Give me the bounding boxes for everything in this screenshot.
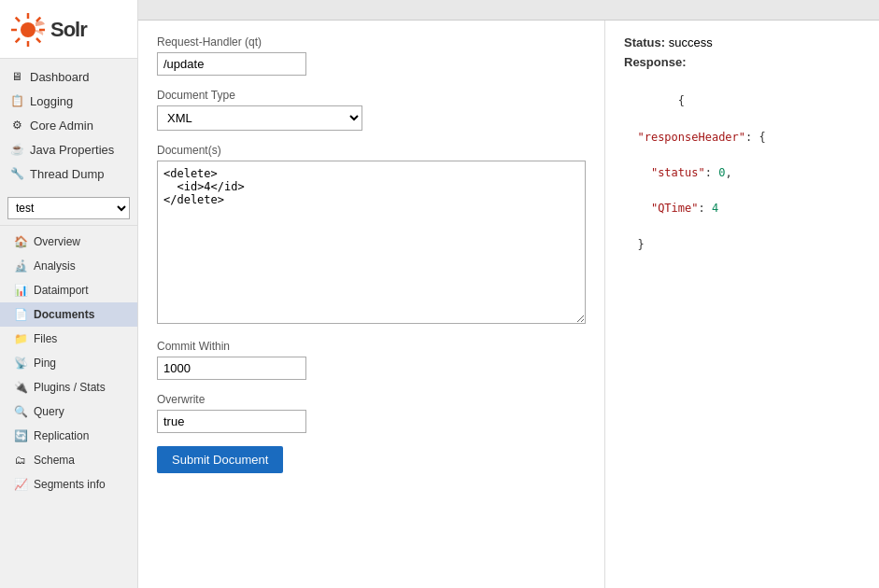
overwrite-group: Overwrite bbox=[157, 393, 586, 433]
plugins-label: Plugins / Stats bbox=[34, 381, 106, 394]
plugins-icon: 🔌 bbox=[13, 380, 28, 395]
schema-label: Schema bbox=[34, 454, 75, 467]
sidebar-item-schema[interactable]: 🗂 Schema bbox=[0, 448, 137, 472]
svg-line-7 bbox=[36, 18, 40, 21]
dataimport-icon: 📊 bbox=[13, 283, 28, 298]
query-label: Query bbox=[34, 405, 64, 418]
sidebar-item-java-properties[interactable]: ☕ Java Properties bbox=[0, 137, 137, 161]
sidebar-item-logging[interactable]: 📋 Logging bbox=[0, 89, 137, 113]
sidebar-item-plugins-stats[interactable]: 🔌 Plugins / Stats bbox=[0, 375, 137, 399]
content-area: Request-Handler (qt) Document Type XML J… bbox=[138, 21, 879, 588]
commit-within-label: Commit Within bbox=[157, 340, 586, 353]
sidebar-item-overview[interactable]: 🏠 Overview bbox=[0, 230, 137, 254]
analysis-label: Analysis bbox=[34, 259, 76, 273]
main-content: Request-Handler (qt) Document Type XML J… bbox=[138, 0, 879, 588]
logging-icon: 📋 bbox=[9, 93, 24, 108]
document-type-select[interactable]: XML JSON CSV PDF Doc XSLT bbox=[157, 105, 362, 131]
commit-within-group: Commit Within bbox=[157, 340, 586, 380]
json-response: { "responseHeader": { "status": 0, "QTim… bbox=[624, 75, 860, 272]
segments-icon: 📈 bbox=[13, 477, 28, 492]
thread-dump-label: Thread Dump bbox=[30, 167, 104, 181]
svg-line-5 bbox=[16, 18, 20, 21]
core-admin-label: Core Admin bbox=[30, 119, 93, 133]
thread-dump-icon: 🔧 bbox=[9, 166, 24, 181]
status-label: Status: bbox=[624, 35, 665, 49]
svg-line-8 bbox=[16, 38, 20, 42]
java-properties-label: Java Properties bbox=[30, 143, 114, 157]
status-line: Status: success bbox=[624, 35, 860, 49]
query-icon: 🔍 bbox=[13, 404, 28, 419]
svg-point-0 bbox=[21, 22, 35, 37]
ping-icon: 📡 bbox=[13, 356, 28, 371]
documents-group: Document(s) <delete> <id>4</id> </delete… bbox=[157, 144, 586, 327]
dashboard-icon: 🖥 bbox=[9, 69, 24, 84]
sidebar-item-core-admin[interactable]: ⚙ Core Admin bbox=[0, 113, 137, 137]
core-select[interactable]: test bbox=[7, 197, 130, 219]
request-handler-input[interactable] bbox=[157, 52, 306, 76]
ping-label: Ping bbox=[34, 357, 56, 370]
sidebar-item-ping[interactable]: 📡 Ping bbox=[0, 351, 137, 375]
core-selector[interactable]: test bbox=[7, 197, 130, 219]
analysis-icon: 🔬 bbox=[13, 259, 28, 273]
sidebar-item-documents[interactable]: 📄 Documents bbox=[0, 302, 137, 327]
solr-logo: Solr bbox=[9, 11, 87, 49]
documents-textarea[interactable]: <delete> <id>4</id> </delete> bbox=[157, 161, 586, 324]
main-nav: 🖥 Dashboard 📋 Logging ⚙ Core Admin ☕ Jav… bbox=[0, 59, 137, 191]
commit-within-input[interactable] bbox=[157, 357, 306, 380]
segments-label: Segments info bbox=[34, 478, 106, 491]
files-label: Files bbox=[34, 332, 57, 345]
form-panel: Request-Handler (qt) Document Type XML J… bbox=[138, 21, 605, 588]
sidebar-item-dataimport[interactable]: 📊 Dataimport bbox=[0, 278, 137, 302]
overview-label: Overview bbox=[34, 235, 80, 248]
overwrite-input[interactable] bbox=[157, 410, 306, 433]
submit-document-button[interactable]: Submit Document bbox=[157, 446, 283, 473]
solr-sun-icon bbox=[9, 11, 47, 49]
replication-label: Replication bbox=[34, 429, 89, 442]
replication-icon: 🔄 bbox=[13, 428, 28, 443]
documents-icon: 📄 bbox=[13, 307, 28, 322]
request-handler-group: Request-Handler (qt) bbox=[157, 35, 586, 76]
documents-label: Document(s) bbox=[157, 144, 586, 157]
status-value: success bbox=[669, 35, 713, 49]
sidebar-item-thread-dump[interactable]: 🔧 Thread Dump bbox=[0, 161, 137, 186]
sidebar: Solr 🖥 Dashboard 📋 Logging ⚙ Core Admin … bbox=[0, 0, 138, 588]
java-properties-icon: ☕ bbox=[9, 142, 24, 157]
logging-label: Logging bbox=[30, 94, 73, 108]
document-type-label: Document Type bbox=[157, 89, 586, 102]
schema-icon: 🗂 bbox=[13, 453, 28, 468]
logo-area: Solr bbox=[0, 0, 137, 59]
request-handler-label: Request-Handler (qt) bbox=[157, 35, 586, 49]
sidebar-item-replication[interactable]: 🔄 Replication bbox=[0, 424, 137, 448]
overview-icon: 🏠 bbox=[13, 234, 28, 249]
response-label: Response: bbox=[624, 55, 860, 69]
sub-nav: 🏠 Overview 🔬 Analysis 📊 Dataimport 📄 Doc… bbox=[0, 225, 137, 497]
sidebar-item-query[interactable]: 🔍 Query bbox=[0, 399, 137, 424]
top-bar bbox=[138, 0, 879, 21]
dataimport-label: Dataimport bbox=[34, 284, 89, 297]
response-panel: Status: success Response: { "responseHea… bbox=[605, 21, 879, 588]
svg-line-6 bbox=[36, 38, 40, 42]
documents-label: Documents bbox=[34, 308, 94, 321]
overwrite-label: Overwrite bbox=[157, 393, 586, 406]
dashboard-label: Dashboard bbox=[30, 70, 90, 84]
sidebar-item-segments-info[interactable]: 📈 Segments info bbox=[0, 472, 137, 497]
document-type-group: Document Type XML JSON CSV PDF Doc XSLT bbox=[157, 89, 586, 131]
files-icon: 📁 bbox=[13, 331, 28, 346]
sidebar-item-files[interactable]: 📁 Files bbox=[0, 327, 137, 351]
sidebar-item-dashboard[interactable]: 🖥 Dashboard bbox=[0, 64, 137, 89]
sidebar-item-analysis[interactable]: 🔬 Analysis bbox=[0, 254, 137, 278]
core-admin-icon: ⚙ bbox=[9, 118, 24, 133]
solr-title: Solr bbox=[50, 18, 87, 42]
